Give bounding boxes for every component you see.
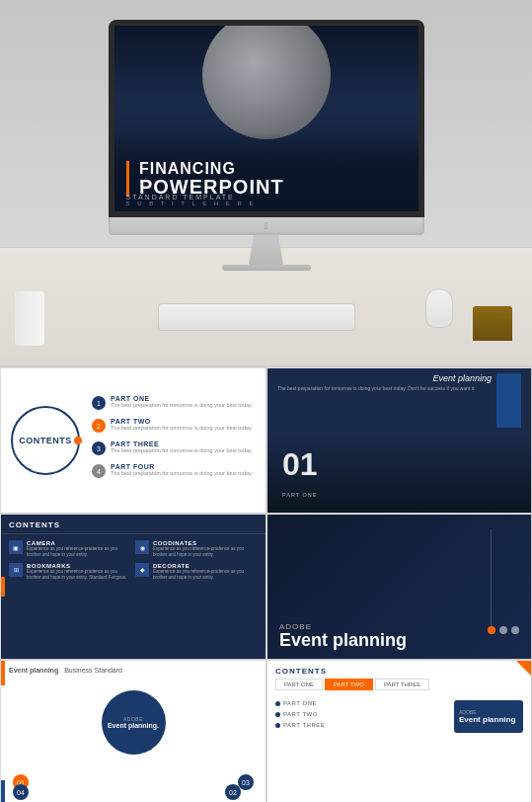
slide6-items: PART ONE PART TWO PART THREE: [275, 700, 446, 733]
slide6-tab-bar: PART ONE PART TWO PART THREE: [267, 679, 531, 690]
circle-contents-label: CONTENTS: [19, 436, 72, 445]
list-item: 3 PART THREE The best preparation for to…: [92, 441, 256, 455]
title-block: FINANCING POWERPOINT: [139, 161, 284, 197]
item-text-1: PART ONE The best preparation for tomorr…: [111, 395, 253, 408]
camera-desc: Experience as you reference-prudence as …: [27, 546, 131, 559]
event-planning-title: Event planning: [279, 631, 519, 649]
imac-base: [222, 265, 311, 271]
main-circle: ADOBE Event planning.: [102, 690, 166, 755]
mouse: [425, 288, 453, 328]
item-text-4: PART FOUR The best preparation for tomor…: [111, 463, 253, 476]
slide6-item-3: PART THREE: [275, 722, 446, 728]
slide5-orange-accent: [1, 661, 5, 685]
tab-part-three[interactable]: PART THREE: [375, 679, 429, 690]
item-title-s6-1: PART ONE: [283, 700, 317, 706]
node-02: 02: [225, 784, 241, 800]
list-item: 1 PART ONE The best preparation for tomo…: [92, 395, 256, 410]
camera-icon: ▣: [9, 540, 23, 554]
decorate-desc: Experience as you reference-prudence as …: [153, 569, 258, 582]
slide-number: 01: [282, 446, 318, 483]
slide6-adobe-block: ADOBE Event planning: [454, 700, 523, 733]
slide6-event-title: Event planning: [459, 715, 515, 725]
item-title-s6-2: PART TWO: [283, 711, 318, 717]
camera-text: CAMERA Experience as you reference-prude…: [27, 540, 131, 559]
item-dot-2: [275, 712, 280, 717]
screen-text-block: FINANCING POWERPOINT: [126, 161, 284, 197]
slide4-bottom: ADOBE Event planning: [267, 612, 531, 659]
business-standard-header: Business Standard: [64, 667, 122, 674]
item-title-3: PART THREE: [111, 441, 253, 447]
slide-adobe-event[interactable]: ADOBE Event planning: [266, 514, 532, 660]
item-desc-2: The best preparation for tomorrow is doi…: [111, 425, 253, 431]
slide-event-planning-1[interactable]: Event planning The best preparation for …: [266, 367, 532, 514]
coordinates-icon: ◉: [135, 540, 149, 554]
item-text-3: PART THREE The best preparation for tomo…: [111, 441, 253, 453]
item-number-3: 3: [92, 441, 106, 455]
slide3-header-label: CONTENTS: [1, 515, 266, 534]
circle-diagram-area: ADOBE Event planning.: [1, 678, 266, 766]
slides-grid: CONTENTS 1 PART ONE The best preparation…: [0, 365, 532, 802]
item-desc-3: The best preparation for tomorrow is doi…: [111, 447, 253, 453]
slide-contents-circle[interactable]: CONTENTS 1 PART ONE The best preparation…: [0, 367, 266, 514]
screen-subtext: STANDARD TEMPLATE S U B T I T L E H E R …: [126, 194, 257, 206]
bookmarks-text: BOOKMARKS Experience as you reference-pr…: [27, 563, 131, 582]
slide3-item-coordinates: ◉ COODINATES Experience as you reference…: [135, 540, 258, 559]
slide6-contents-label: CONTENTS: [267, 661, 531, 679]
contents-circle: CONTENTS: [11, 406, 80, 475]
item-title-2: PART TWO: [111, 418, 253, 425]
standard-label: STANDARD TEMPLATE: [126, 194, 257, 200]
item-text-2: PART TWO The best preparation for tomorr…: [111, 418, 253, 431]
item-number-4: 4: [92, 464, 106, 478]
event-sub-text: The best preparation for tomorrow is doi…: [277, 385, 487, 392]
slide-contents-tabs[interactable]: CONTENTS PART ONE PART TWO PART THREE PA…: [266, 660, 532, 802]
decorate-text: DECORATE Experience as you reference-pru…: [153, 563, 258, 582]
decorate-icon: ◆: [135, 563, 149, 577]
imac-chin: : [109, 217, 424, 235]
slide6-item-header-2: PART TWO: [275, 711, 446, 717]
item-dot-3: [275, 723, 280, 728]
slide5-header-labels: Event planning Business Standard: [1, 661, 266, 678]
slide-circle-diagram[interactable]: Event planning Business Standard ADOBE E…: [0, 660, 266, 802]
slide6-item-1: PART ONE: [275, 700, 446, 706]
list-item: 2 PART TWO The best preparation for tomo…: [92, 418, 256, 433]
tab-part-two[interactable]: PART TWO: [325, 679, 373, 690]
slide3-item-bookmarks: ⊞ BOOKMARKS Experience as you reference-…: [9, 563, 131, 582]
slide3-item-camera: ▣ CAMERA Experience as you reference-pru…: [9, 540, 131, 559]
contents-list: 1 PART ONE The best preparation for tomo…: [92, 395, 256, 486]
slide-contents-dark[interactable]: CONTENTS ▣ CAMERA Experience as you refe…: [0, 514, 266, 660]
item-title-4: PART FOUR: [111, 463, 253, 470]
orange-bar: [126, 161, 129, 197]
item-dot-1: [275, 701, 280, 706]
item-title-s6-3: PART THREE: [283, 722, 325, 728]
slide6-item-header-1: PART ONE: [275, 700, 446, 706]
node-04: 04: [13, 784, 29, 800]
node-03: 03: [238, 774, 254, 790]
item-desc-1: The best preparation for tomorrow is doi…: [111, 402, 253, 408]
moon-graphic: [202, 26, 331, 139]
slide6-item-2: PART TWO: [275, 711, 446, 717]
slide6-content-area: PART ONE PART TWO PART THREE: [267, 696, 531, 737]
financing-label: FINANCING: [139, 161, 284, 177]
item-number-1: 1: [92, 396, 106, 410]
event-planning-header: Event planning: [9, 667, 58, 674]
part-label: PART ONE: [282, 492, 318, 498]
item-desc-4: The best preparation for tomorrow is doi…: [111, 470, 253, 476]
keyboard: [158, 303, 355, 331]
imac-section: FINANCING POWERPOINT STANDARD TEMPLATE S…: [0, 0, 532, 365]
imac-screen-inner: FINANCING POWERPOINT STANDARD TEMPLATE S…: [114, 26, 418, 211]
orange-corner-accent: [516, 661, 531, 676]
item-title-1: PART ONE: [111, 395, 253, 402]
circle-event-title: Event planning.: [108, 722, 159, 729]
event-planning-label: Event planning: [432, 373, 492, 383]
imac-screen-bezel: FINANCING POWERPOINT STANDARD TEMPLATE S…: [109, 20, 424, 217]
slide5-blue-accent: [1, 780, 5, 802]
tab-part-one[interactable]: PART ONE: [275, 679, 323, 690]
bookmarks-icon: ⊞: [9, 563, 23, 577]
desk-object-right: [473, 306, 512, 341]
slide6-item-header-3: PART THREE: [275, 722, 446, 728]
subtitle-label: S U B T I T L E H E R E: [126, 200, 257, 206]
apple-logo-icon: : [265, 220, 268, 231]
list-item: 4 PART FOUR The best preparation for tom…: [92, 463, 256, 478]
imac-stand: [242, 235, 291, 265]
imac-monitor: FINANCING POWERPOINT STANDARD TEMPLATE S…: [109, 20, 424, 271]
